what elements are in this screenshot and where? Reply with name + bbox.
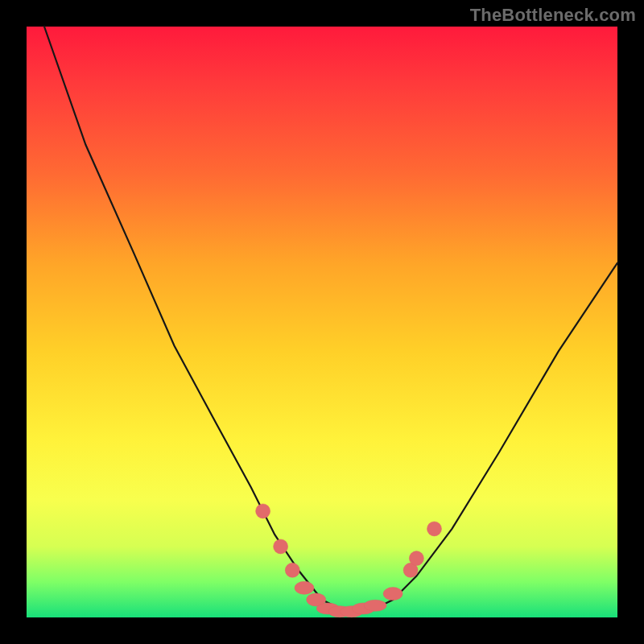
chart-svg — [27, 27, 617, 617]
curve-marker — [274, 539, 288, 554]
marker-group — [256, 504, 442, 617]
curve-marker — [256, 504, 270, 518]
curve-marker — [364, 600, 386, 611]
watermark-text: TheBottleneck.com — [470, 5, 636, 26]
curve-marker — [285, 563, 299, 577]
chart-frame: TheBottleneck.com — [0, 0, 644, 644]
bottleneck-curve — [44, 27, 617, 612]
plot-area — [27, 27, 617, 617]
curve-marker — [427, 522, 442, 536]
curve-marker — [295, 581, 314, 594]
curve-marker — [409, 551, 423, 566]
curve-marker — [383, 588, 402, 601]
